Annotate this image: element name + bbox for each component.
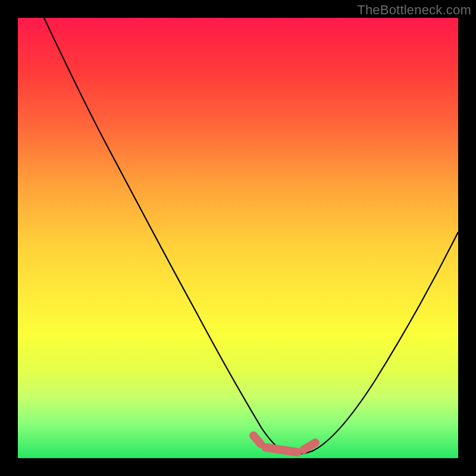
chart-stage: TheBottleneck.com	[0, 0, 476, 476]
plot-area	[18, 18, 458, 458]
bottleneck-curve	[44, 18, 458, 454]
sweet-spot-band	[253, 436, 315, 452]
watermark-text: TheBottleneck.com	[357, 2, 471, 18]
curve-layer	[18, 18, 458, 458]
